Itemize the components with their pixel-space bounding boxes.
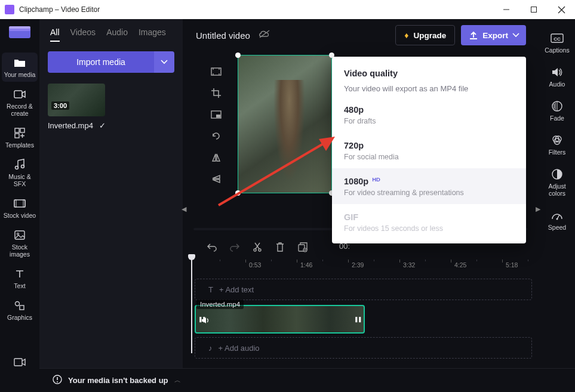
svg-rect-7 [14, 91, 22, 98]
export-label: Export [482, 31, 508, 40]
popover-subtitle: Your video will export as an MP4 file [344, 84, 514, 93]
media-item[interactable]: 3:00 Inverted.mp4 ✓ [48, 84, 105, 130]
text-icon [13, 267, 26, 280]
rr-label: Fade [550, 115, 564, 122]
upgrade-button[interactable]: ♦ Upgrade [395, 25, 455, 45]
export-button[interactable]: Export [461, 25, 526, 45]
rail-graphics[interactable]: Graphics [2, 295, 38, 325]
option-title: 720p [344, 141, 364, 150]
media-duration: 3:00 [51, 101, 69, 110]
rail-record-create[interactable]: Record & create [2, 84, 38, 121]
brand-icon [13, 356, 26, 369]
rail-stock-images[interactable]: Stock images [2, 225, 38, 261]
playhead[interactable] [191, 255, 192, 353]
canvas-tools [210, 66, 222, 185]
video-preview[interactable] [238, 55, 332, 193]
audio-track[interactable]: ♪ + Add audio [195, 337, 532, 359]
rotate-icon[interactable] [210, 130, 222, 142]
rr-audio[interactable]: Audio [542, 63, 573, 91]
window-title: Clipchamp – Video Editor [19, 5, 100, 14]
rail-music-sfx[interactable]: Music & SFX [2, 155, 38, 191]
time-ruler[interactable]: 0:53 1:46 2:39 3:32 4:25 5:18 [191, 260, 534, 270]
export-option-720p[interactable]: 720p For social media [332, 132, 526, 168]
export-option-gif[interactable]: GIF For videos 15 seconds or less [332, 204, 526, 240]
pip-icon[interactable] [210, 109, 222, 121]
camera-icon [13, 88, 26, 101]
rail-stock-video[interactable]: Stock video [2, 193, 38, 223]
fit-icon[interactable] [210, 66, 222, 78]
svg-rect-1 [531, 7, 537, 13]
svg-point-11 [16, 166, 19, 169]
status-bar[interactable]: Your media isn't backed up ︿ [39, 368, 575, 392]
ruler-tick: 1:46 [300, 261, 312, 268]
option-title: 1080p [344, 177, 368, 186]
cloud-off-icon[interactable] [259, 30, 270, 41]
rr-label: Speed [548, 224, 566, 231]
tab-videos[interactable]: Videos [70, 27, 96, 42]
redo-button[interactable] [229, 242, 240, 252]
duplicate-button[interactable] [297, 242, 308, 252]
hd-badge: HD [372, 176, 380, 183]
rr-label: Captions [545, 47, 569, 54]
import-media-button[interactable]: Import media [48, 51, 154, 73]
svg-point-42 [57, 381, 58, 382]
left-rail: Your media Record & create Templates Mus… [0, 19, 39, 379]
ruler-tick: 2:39 [352, 261, 364, 268]
svg-text:CC: CC [554, 36, 561, 42]
rr-adjust-colors[interactable]: Adjust colors [542, 165, 573, 200]
close-button[interactable] [548, 0, 575, 19]
maximize-button[interactable] [520, 0, 548, 19]
rail-label: Music & SFX [2, 173, 38, 187]
minimize-button[interactable] [493, 0, 520, 19]
app-icon [5, 5, 14, 14]
export-option-1080p[interactable]: 1080pHD For video streaming & presentati… [332, 168, 526, 204]
svg-rect-9 [20, 128, 24, 132]
flip-v-icon[interactable] [210, 173, 222, 185]
option-sub: For drafts [344, 117, 514, 125]
svg-rect-16 [15, 231, 24, 239]
split-button[interactable] [252, 242, 263, 252]
resize-handle[interactable] [235, 53, 241, 58]
popover-title: Video quality [344, 69, 514, 78]
flip-h-icon[interactable] [210, 152, 222, 163]
text-track[interactable]: T + Add text [195, 279, 532, 300]
panel-expand-handle[interactable]: ▶ [536, 205, 540, 213]
delete-button[interactable] [275, 242, 285, 252]
option-title: 480p [344, 105, 364, 115]
volume-icon[interactable] [201, 316, 210, 326]
tab-audio[interactable]: Audio [106, 27, 128, 42]
rr-captions[interactable]: CC Captions [542, 29, 573, 57]
video-title[interactable]: Untitled video [196, 30, 250, 41]
rr-fade[interactable]: Fade [542, 97, 573, 125]
rail-templates[interactable]: Templates [2, 123, 38, 152]
option-title: GIF [344, 212, 358, 222]
crop-icon[interactable] [210, 87, 222, 99]
resize-handle[interactable] [235, 190, 241, 196]
status-text: Your media isn't backed up [68, 376, 168, 385]
rail-text[interactable]: Text [2, 264, 38, 293]
rr-speed[interactable]: Speed [542, 206, 573, 234]
undo-button[interactable] [207, 242, 217, 252]
rail-your-media[interactable]: Your media [2, 53, 38, 82]
export-option-480p[interactable]: 480p For drafts [332, 97, 526, 132]
svg-point-28 [259, 249, 261, 251]
ruler-tick: 5:18 [506, 261, 518, 268]
upload-icon [469, 31, 478, 39]
rr-label: Filters [549, 149, 566, 156]
svg-rect-20 [14, 359, 22, 366]
rail-label: Templates [5, 141, 34, 149]
rail-brand-kit[interactable] [2, 352, 38, 374]
filters-icon [551, 134, 564, 147]
svg-rect-6 [9, 26, 30, 29]
tab-all[interactable]: All [50, 27, 60, 42]
rail-label: Record & create [2, 103, 38, 117]
svg-point-39 [556, 218, 558, 220]
video-clip[interactable] [195, 305, 365, 334]
svg-rect-24 [216, 115, 220, 118]
rr-label: Adjust colors [542, 183, 573, 197]
svg-point-18 [16, 302, 20, 306]
tab-images[interactable]: Images [139, 27, 166, 42]
import-media-dropdown[interactable] [154, 51, 174, 73]
rail-label: Stock images [2, 243, 38, 258]
rr-filters[interactable]: Filters [542, 131, 573, 159]
